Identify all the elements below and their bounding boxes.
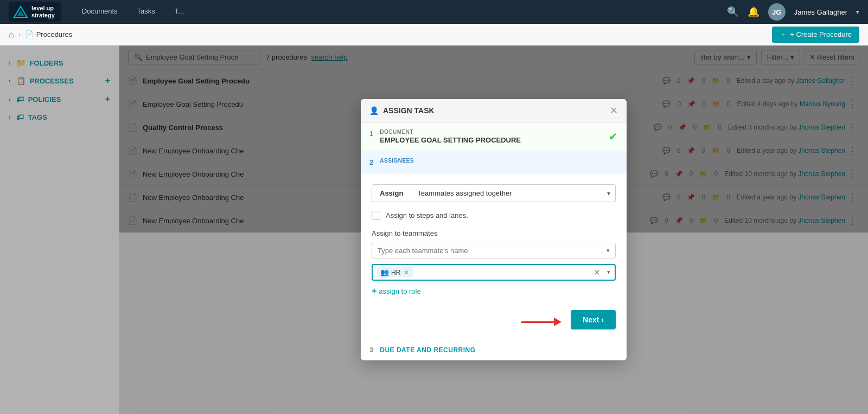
step1-value: EMPLOYEE GOAL SETTING PROCEDURE	[380, 136, 602, 144]
step2-content: ASSIGNEES	[380, 158, 618, 164]
assign-task-modal: 👤 ASSIGN TASK ✕ 1 DOCUMENT EMPLOYEE GOAL…	[361, 99, 627, 360]
breadcrumb: ⌂ › 📄 Procedures ＋ + Create Procedure	[0, 24, 868, 46]
create-procedure-button[interactable]: ＋ + Create Procedure	[772, 27, 859, 43]
breadcrumb-separator: ›	[18, 31, 21, 38]
arrow-line	[521, 321, 554, 323]
modal-body: Assign Teammates assigned together Teamm…	[361, 173, 627, 305]
policies-expand-icon: ›	[9, 96, 11, 102]
group-icon: 👥	[380, 268, 389, 276]
main-layout: › 📁 FOLDERS › 📋 PROCESSES + › 🏷 POLICIES…	[0, 46, 868, 414]
procedures-icon: 📄	[25, 30, 34, 38]
folders-expand-icon: ›	[9, 60, 11, 66]
teammate-name-input[interactable]	[378, 247, 603, 255]
avatar: JG	[768, 3, 786, 21]
topnav-right: 🔍 🔔 JG James Gallagher ▾	[727, 3, 859, 21]
modal-header: 👤 ASSIGN TASK ✕	[361, 99, 627, 122]
teammate-search-inner[interactable]: ▾	[372, 243, 616, 258]
arrow-indicator	[521, 318, 561, 326]
next-button[interactable]: Next ›	[571, 310, 616, 329]
tags-icon: 🏷	[16, 113, 24, 121]
breadcrumb-procedures: 📄 Procedures	[25, 30, 72, 38]
plus-icon: +	[372, 286, 376, 296]
logo[interactable]: level up strategy	[9, 2, 61, 22]
assign-type-select[interactable]: Teammates assigned together Teammates as…	[411, 184, 616, 202]
step1-number: 1	[369, 130, 373, 138]
assign-steps-checkbox[interactable]	[372, 211, 380, 219]
assign-role-link[interactable]: + assign to role	[372, 286, 616, 296]
modal-close-button[interactable]: ✕	[610, 106, 618, 115]
tag-input-wrapper[interactable]: 👥 HR ✕ ✕ ▾	[372, 264, 616, 281]
step1-content: DOCUMENT EMPLOYEE GOAL SETTING PROCEDURE	[380, 129, 602, 144]
teammate-dropdown-arrow[interactable]: ▾	[607, 247, 610, 254]
sidebar: › 📁 FOLDERS › 📋 PROCESSES + › 🏷 POLICIES…	[0, 46, 119, 414]
nav-documents[interactable]: Documents	[72, 0, 127, 24]
step3-due-date: 3 DUE DATE AND RECURRING	[361, 339, 627, 360]
tag-label: HR	[391, 269, 400, 276]
modal-footer: Next ›	[361, 305, 627, 339]
assign-role-label: assign to role	[379, 287, 420, 295]
next-label: Next ›	[583, 315, 604, 324]
nav-tasks[interactable]: Tasks	[127, 0, 165, 24]
step2-label: ASSIGNEES	[380, 158, 618, 164]
assign-task-icon: 👤	[369, 106, 379, 115]
step3-label: DUE DATE AND RECURRING	[380, 346, 475, 354]
nav-t[interactable]: T...	[165, 0, 194, 24]
step1-document: 1 DOCUMENT EMPLOYEE GOAL SETTING PROCEDU…	[361, 122, 627, 151]
logo-text: level up strategy	[31, 5, 55, 19]
assign-teammates-label: Assign to teammates	[372, 229, 616, 237]
sidebar-item-processes[interactable]: › 📋 PROCESSES +	[0, 72, 119, 90]
create-plus-icon: ＋	[780, 30, 787, 40]
nav-links: Documents Tasks T...	[72, 0, 727, 24]
processes-icon: 📋	[16, 76, 25, 85]
hr-tag: 👥 HR ✕	[377, 267, 413, 277]
tag-clear-button[interactable]: ✕	[591, 268, 603, 277]
assign-row: Assign Teammates assigned together Teamm…	[372, 184, 616, 202]
processes-expand-icon: ›	[9, 77, 11, 84]
tag-remove-button[interactable]: ✕	[403, 269, 410, 276]
top-navigation: level up strategy Documents Tasks T... 🔍…	[0, 0, 868, 24]
logo-icon	[13, 4, 28, 20]
tag-text-input[interactable]	[417, 268, 588, 276]
teammate-search: ▾	[372, 243, 616, 258]
step1-label: DOCUMENT	[380, 129, 602, 135]
username-label[interactable]: James Gallagher	[794, 8, 847, 16]
arrow-head	[554, 318, 561, 326]
step3-number: 3	[369, 346, 373, 354]
search-icon[interactable]: 🔍	[727, 6, 739, 18]
checkbox-row: Assign to steps and lanes.	[372, 211, 616, 219]
processes-add-icon[interactable]: +	[105, 76, 110, 86]
content-area: 🔍 7 procedures search help ilter by team…	[119, 46, 868, 414]
assign-type-wrapper: Teammates assigned together Teammates as…	[411, 184, 616, 202]
tag-dropdown-button[interactable]: ▾	[607, 269, 610, 276]
sidebar-item-policies[interactable]: › 🏷 POLICIES +	[0, 90, 119, 108]
tags-expand-icon: ›	[9, 114, 11, 120]
assign-steps-label[interactable]: Assign to steps and lanes.	[386, 211, 468, 219]
sidebar-item-tags[interactable]: › 🏷 TAGS	[0, 108, 119, 126]
policies-icon: 🏷	[16, 95, 24, 104]
sidebar-item-folders[interactable]: › 📁 FOLDERS	[0, 54, 119, 72]
breadcrumb-actions: ＋ + Create Procedure	[772, 27, 859, 43]
user-menu-chevron[interactable]: ▾	[856, 9, 859, 16]
modal-title: ASSIGN TASK	[383, 106, 605, 115]
home-link[interactable]: ⌂	[9, 30, 14, 40]
step1-check-icon: ✔	[609, 130, 618, 143]
folder-icon: 📁	[16, 59, 25, 67]
policies-add-icon[interactable]: +	[105, 94, 110, 104]
step2-number: 2	[369, 158, 373, 166]
assign-button[interactable]: Assign	[372, 184, 411, 202]
modal-overlay: 👤 ASSIGN TASK ✕ 1 DOCUMENT EMPLOYEE GOAL…	[119, 46, 868, 414]
step2-assignees: 2 ASSIGNEES	[361, 151, 627, 173]
notification-icon[interactable]: 🔔	[748, 6, 760, 18]
